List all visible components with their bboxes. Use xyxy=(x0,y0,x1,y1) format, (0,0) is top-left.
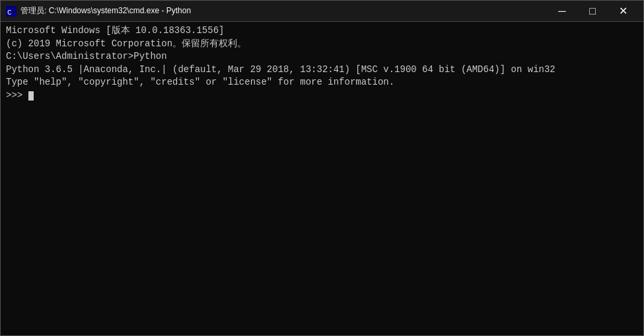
terminal-line-5: Python 3.6.5 |Anaconda, Inc.| (default, … xyxy=(6,63,638,77)
terminal-line-4: C:\Users\Administrator>Python xyxy=(6,50,638,63)
minimize-button[interactable]: ─ xyxy=(547,1,577,22)
terminal-line-2: (c) 2019 Microsoft Corporation。保留所有权利。 xyxy=(6,38,638,51)
cursor xyxy=(28,91,34,101)
terminal-line-1: Microsoft Windows [版本 10.0.18363.1556] xyxy=(6,24,638,38)
terminal-body[interactable]: Microsoft Windows [版本 10.0.18363.1556] (… xyxy=(1,22,643,335)
window-controls: ─ □ ✕ xyxy=(547,1,638,22)
terminal-prompt-line: >>> xyxy=(6,89,638,103)
cmd-icon: C xyxy=(6,6,17,17)
title-bar: C 管理员: C:\Windows\system32\cmd.exe - Pyt… xyxy=(1,1,643,22)
close-button[interactable]: ✕ xyxy=(608,1,638,22)
svg-text:C: C xyxy=(7,9,12,17)
cmd-window: C 管理员: C:\Windows\system32\cmd.exe - Pyt… xyxy=(0,0,644,336)
maximize-button[interactable]: □ xyxy=(577,1,608,22)
window-title: 管理员: C:\Windows\system32\cmd.exe - Pytho… xyxy=(20,5,547,17)
terminal-line-6: Type "help", "copyright", "credits" or "… xyxy=(6,76,638,89)
